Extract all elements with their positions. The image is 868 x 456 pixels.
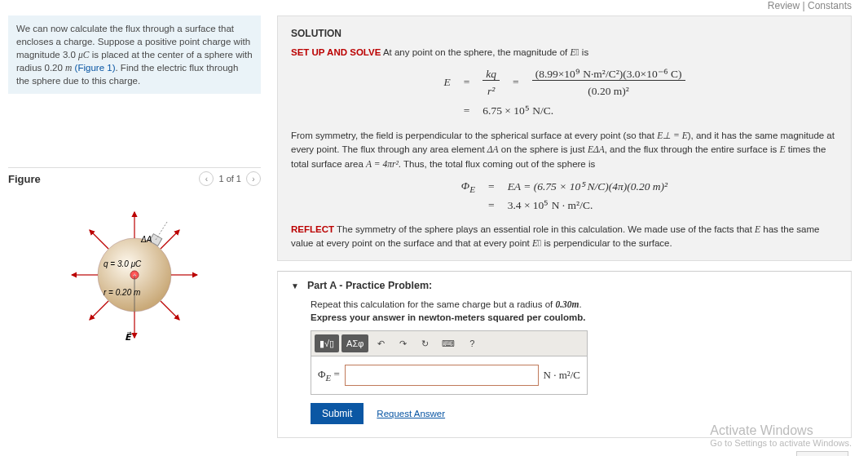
solution-panel: SOLUTION SET UP AND SOLVE At any point o… <box>277 15 852 261</box>
figure-prev-button[interactable]: ‹ <box>199 171 214 186</box>
equation-flux: ΦE=EA = (6.75 × 10⁵ N/C)(4π)(0.20 m)² =3… <box>291 178 838 216</box>
template-button[interactable]: ▮√▯ <box>315 334 339 352</box>
answer-unit: N · m²/C <box>544 369 580 382</box>
part-a-section: ▼ Part A - Practice Problem: Repeat this… <box>277 271 852 438</box>
answer-box: ▮√▯ ΑΣφ ↶ ↷ ↻ ⌨ ? ΦE = N · m²/C <box>311 330 588 395</box>
reflect-para: REFLECT The symmetry of the sphere plays… <box>291 223 838 251</box>
part-a-instruction: Express your answer in newton-meters squ… <box>311 312 838 322</box>
figure-label-q: q = 3.0 μC <box>104 259 142 268</box>
figure-header: Figure ‹ 1 of 1 › <box>8 167 261 189</box>
part-a-header[interactable]: ▼ Part A - Practice Problem: <box>291 280 838 291</box>
help-button[interactable]: ? <box>462 334 482 352</box>
part-a-prompt: Repeat this calculation for the same cha… <box>311 299 838 309</box>
figure-counter: 1 of 1 <box>218 174 241 184</box>
request-answer-link[interactable]: Request Answer <box>377 409 445 418</box>
figure-label-dA: ΔA <box>140 235 152 244</box>
equation-E: E = kqr² = (8.99×10⁹ N·m²/C²)(3.0×10⁻⁶ C… <box>291 66 838 122</box>
svg-line-10 <box>161 301 179 320</box>
redo-button[interactable]: ↷ <box>393 334 412 352</box>
collapse-icon: ▼ <box>291 281 299 290</box>
review-link[interactable]: Review <box>768 0 800 11</box>
answer-toolbar: ▮√▯ ΑΣφ ↶ ↷ ↻ ⌨ ? <box>311 331 587 356</box>
figure-label-E: E⃗ <box>125 331 132 342</box>
figure-label-r: r = 0.20 m <box>104 288 140 297</box>
solution-para2: From symmetry, the field is perpendicula… <box>291 129 838 171</box>
figure-title: Figure <box>8 173 41 185</box>
top-links: Review | Constants <box>0 0 868 15</box>
answer-var-label: ΦE = <box>318 368 340 383</box>
figure-next-button[interactable]: › <box>246 171 261 186</box>
figure-image: + ΔA q = 3.0 μC r = 0.20 m E⃗ <box>8 189 261 355</box>
undo-button[interactable]: ↶ <box>371 334 390 352</box>
svg-line-9 <box>90 301 108 320</box>
reflect-label: REFLECT <box>291 224 334 234</box>
solution-heading: SOLUTION <box>291 26 838 41</box>
svg-line-7 <box>90 230 108 249</box>
keyboard-button[interactable]: ⌨ <box>437 334 460 352</box>
setup-label: SET UP AND SOLVE <box>291 47 381 57</box>
next-button[interactable]: Next ❯ <box>796 451 848 456</box>
reset-button[interactable]: ↻ <box>415 334 434 352</box>
problem-prompt: We can now calculate the flux through a … <box>8 15 261 94</box>
submit-button[interactable]: Submit <box>311 403 364 424</box>
constants-link[interactable]: Constants <box>808 0 852 11</box>
answer-input[interactable] <box>345 365 539 386</box>
svg-line-8 <box>161 230 179 249</box>
greek-button[interactable]: ΑΣφ <box>341 334 368 352</box>
